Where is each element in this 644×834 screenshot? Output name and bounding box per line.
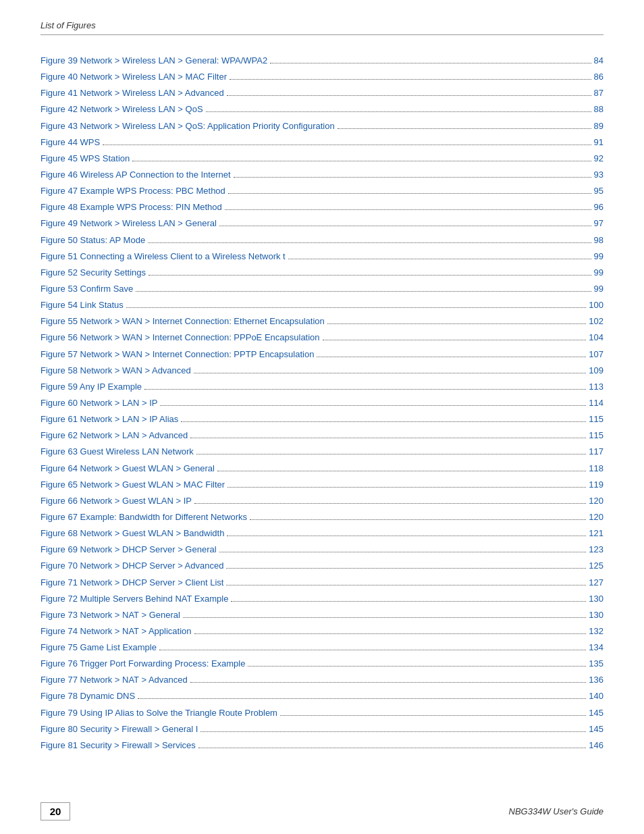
toc-dots [196,454,586,454]
toc-link[interactable]: Figure 60 Network > LAN > IP [41,396,157,410]
footer-guide-name: NBG334W User's Guide [509,806,603,816]
toc-link[interactable]: Figure 45 WPS Station [41,152,130,165]
toc-page-number: 118 [589,462,603,475]
toc-dots [194,633,587,634]
toc-page-number: 92 [594,152,603,165]
toc-dots [280,715,586,716]
toc-link[interactable]: Figure 48 Example WPS Process: PIN Metho… [41,201,222,214]
toc-link[interactable]: Figure 44 WPS [41,136,100,149]
toc-link[interactable]: Figure 50 Status: AP Mode [41,234,145,247]
toc-dots [219,226,591,226]
toc-link[interactable]: Figure 39 Network > Wireless LAN > Gener… [41,54,267,68]
toc-dots [270,63,591,63]
list-item: Figure 45 WPS Station92 [41,152,603,165]
toc-link[interactable]: Figure 55 Network > WAN > Internet Conne… [41,315,325,328]
toc-dots [338,128,591,129]
list-item: Figure 59 Any IP Example113 [41,380,603,394]
toc-page-number: 146 [589,739,603,752]
toc-dots [248,666,586,667]
toc-dots [225,209,591,210]
list-item: Figure 69 Network > DHCP Server > Genera… [41,543,603,556]
toc-dots [148,242,591,243]
toc-page-number: 89 [594,120,603,133]
toc-list: Figure 39 Network > Wireless LAN > Gener… [41,54,603,752]
toc-dots [132,161,591,161]
toc-link[interactable]: Figure 73 Network > NAT > General [41,608,180,622]
toc-link[interactable]: Figure 40 Network > Wireless LAN > MAC F… [41,70,227,84]
page-number: 20 [41,802,70,820]
toc-link[interactable]: Figure 43 Network > Wireless LAN > QoS: … [41,120,335,133]
toc-link[interactable]: Figure 59 Any IP Example [41,380,142,394]
toc-link[interactable]: Figure 64 Network > Guest WLAN > General [41,462,215,475]
toc-page-number: 84 [594,54,603,68]
toc-link[interactable]: Figure 75 Game List Example [41,641,157,654]
list-item: Figure 44 WPS91 [41,136,603,149]
toc-dots [219,552,587,552]
toc-link[interactable]: Figure 74 Network > NAT > Application [41,625,192,638]
toc-page-number: 86 [594,70,603,84]
list-item: Figure 61 Network > LAN > IP Alias115 [41,413,603,426]
toc-link[interactable]: Figure 71 Network > DHCP Server > Client… [41,576,223,590]
toc-page-number: 134 [589,641,603,654]
toc-link[interactable]: Figure 46 Wireless AP Connection to the … [41,168,231,182]
header-title: List of Figures [41,20,96,30]
list-item: Figure 40 Network > Wireless LAN > MAC F… [41,70,603,84]
toc-page-number: 98 [594,234,603,247]
list-item: Figure 71 Network > DHCP Server > Client… [41,576,603,590]
toc-link[interactable]: Figure 70 Network > DHCP Server > Advanc… [41,559,223,573]
toc-link[interactable]: Figure 57 Network > WAN > Internet Conne… [41,348,314,361]
list-item: Figure 81 Security > Firewall > Services… [41,739,603,752]
toc-link[interactable]: Figure 53 Confirm Save [41,282,133,296]
list-item: Figure 49 Network > Wireless LAN > Gener… [41,217,603,230]
toc-link[interactable]: Figure 47 Example WPS Process: PBC Metho… [41,184,225,198]
toc-dots [149,275,591,276]
toc-link[interactable]: Figure 54 Link Status [41,298,124,312]
toc-link[interactable]: Figure 65 Network > Guest WLAN > MAC Fil… [41,478,225,492]
toc-dots [217,471,586,471]
toc-link[interactable]: Figure 52 Security Settings [41,266,146,280]
toc-dots [103,145,591,145]
toc-link[interactable]: Figure 49 Network > Wireless LAN > Gener… [41,217,217,230]
toc-link[interactable]: Figure 67 Example: Bandwidth for Differe… [41,511,247,524]
toc-page-number: 120 [589,511,603,524]
toc-link[interactable]: Figure 72 Multiple Servers Behind NAT Ex… [41,592,228,606]
toc-link[interactable]: Figure 61 Network > LAN > IP Alias [41,413,178,426]
toc-link[interactable]: Figure 63 Guest Wireless LAN Network [41,445,194,459]
toc-link[interactable]: Figure 79 Using IP Alias to Solve the Tr… [41,706,277,720]
list-item: Figure 52 Security Settings99 [41,266,603,280]
toc-link[interactable]: Figure 68 Network > Guest WLAN > Bandwid… [41,527,224,540]
list-item: Figure 42 Network > Wireless LAN > QoS88 [41,103,603,116]
toc-link[interactable]: Figure 76 Trigger Port Forwarding Proces… [41,657,245,671]
toc-link[interactable]: Figure 78 Dynamic DNS [41,689,135,703]
toc-link[interactable]: Figure 41 Network > Wireless LAN > Advan… [41,86,224,100]
toc-dots [190,438,586,438]
toc-link[interactable]: Figure 69 Network > DHCP Server > Genera… [41,543,217,556]
list-item: Figure 78 Dynamic DNS140 [41,689,603,703]
toc-page-number: 145 [589,723,603,736]
toc-page-number: 120 [589,494,603,508]
list-item: Figure 77 Network > NAT > Advanced136 [41,673,603,687]
toc-dots [136,291,591,292]
toc-link[interactable]: Figure 81 Security > Firewall > Services [41,739,196,752]
list-item: Figure 74 Network > NAT > Application132 [41,625,603,638]
list-item: Figure 62 Network > LAN > Advanced115 [41,429,603,442]
toc-link[interactable]: Figure 77 Network > NAT > Advanced [41,673,188,687]
toc-dots [226,568,586,569]
toc-link[interactable]: Figure 42 Network > Wireless LAN > QoS [41,103,203,116]
list-item: Figure 63 Guest Wireless LAN Network117 [41,445,603,459]
toc-link[interactable]: Figure 51 Connecting a Wireless Client t… [41,250,286,263]
toc-dots [181,421,586,422]
toc-page-number: 109 [589,364,603,377]
list-item: Figure 54 Link Status100 [41,298,603,312]
toc-dots [226,585,586,585]
toc-link[interactable]: Figure 56 Network > WAN > Internet Conne… [41,331,320,344]
toc-link[interactable]: Figure 80 Security > Firewall > General … [41,723,198,736]
toc-page-number: 99 [594,250,603,263]
toc-link[interactable]: Figure 66 Network > Guest WLAN > IP [41,494,192,508]
toc-dots [126,307,586,308]
toc-link[interactable]: Figure 62 Network > LAN > Advanced [41,429,188,442]
toc-dots [250,519,586,520]
toc-link[interactable]: Figure 58 Network > WAN > Advanced [41,364,191,377]
toc-page-number: 99 [594,282,603,296]
toc-dots [206,111,591,112]
